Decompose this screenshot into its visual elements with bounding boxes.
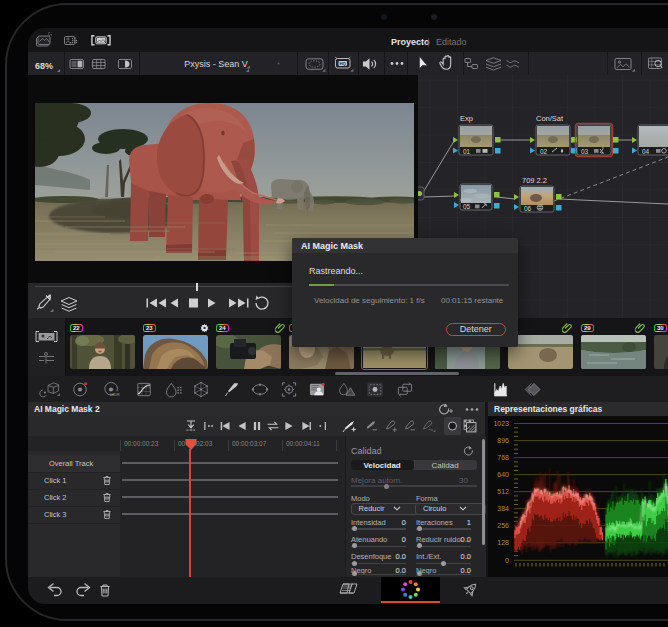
svg-text:06: 06 xyxy=(524,205,532,212)
svg-text:128: 128 xyxy=(497,539,509,546)
svg-text:Pxysis - Sean V: Pxysis - Sean V xyxy=(184,59,248,69)
svg-text:640: 640 xyxy=(497,471,509,478)
svg-text:1023: 1023 xyxy=(493,420,509,427)
svg-text:Con/Sat: Con/Sat xyxy=(536,114,564,123)
svg-text:05: 05 xyxy=(463,203,471,210)
svg-text:896: 896 xyxy=(497,437,509,444)
svg-text:0: 0 xyxy=(505,557,509,564)
svg-text:01: 01 xyxy=(463,148,471,155)
svg-text:HDR: HDR xyxy=(110,392,120,397)
svg-text:04: 04 xyxy=(642,148,650,155)
svg-text:384: 384 xyxy=(497,505,509,512)
svg-text:768: 768 xyxy=(497,454,509,461)
svg-text:02: 02 xyxy=(540,148,548,155)
svg-text:HQ: HQ xyxy=(339,61,346,66)
svg-text:Exp: Exp xyxy=(460,114,473,123)
svg-text:709 2.2: 709 2.2 xyxy=(522,176,547,185)
svg-text:03: 03 xyxy=(581,148,589,155)
svg-text:512: 512 xyxy=(497,488,509,495)
svg-text:256: 256 xyxy=(497,522,509,529)
